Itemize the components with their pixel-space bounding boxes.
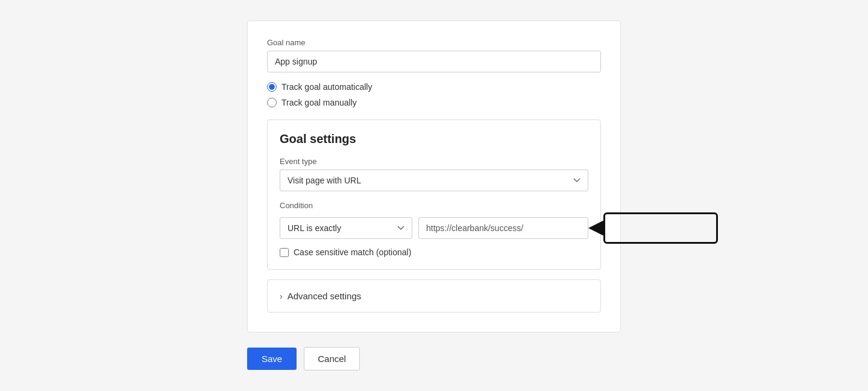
condition-section: Condition URL is exactly URL contains UR… xyxy=(280,201,588,239)
chevron-right-icon: › xyxy=(280,291,283,301)
case-sensitive-row: Case sensitive match (optional) xyxy=(280,247,588,257)
advanced-settings-label: Advanced settings xyxy=(288,291,362,301)
event-type-select[interactable]: Visit page with URL Click element Form s… xyxy=(280,170,588,191)
event-type-label: Event type xyxy=(280,157,588,166)
condition-select[interactable]: URL is exactly URL contains URL starts w… xyxy=(280,217,412,239)
track-auto-radio[interactable] xyxy=(267,82,277,92)
goal-name-label: Goal name xyxy=(267,38,601,47)
case-sensitive-label: Case sensitive match (optional) xyxy=(294,247,411,257)
goal-settings-box: Goal settings Event type Visit page with… xyxy=(267,119,601,270)
track-auto-label: Track goal automatically xyxy=(281,82,372,92)
advanced-settings-box: › Advanced settings xyxy=(267,279,601,313)
case-sensitive-checkbox[interactable] xyxy=(280,248,289,257)
track-auto-option[interactable]: Track goal automatically xyxy=(267,82,601,92)
condition-url-wrap xyxy=(418,217,588,239)
track-manual-option[interactable]: Track goal manually xyxy=(267,98,601,107)
track-manual-label: Track goal manually xyxy=(281,98,357,107)
save-button[interactable]: Save xyxy=(247,348,297,370)
tracking-radio-group: Track goal automatically Track goal manu… xyxy=(267,82,601,107)
condition-label: Condition xyxy=(280,201,588,210)
arrow-annotation xyxy=(603,212,718,244)
track-manual-radio[interactable] xyxy=(267,98,277,107)
page-wrapper: Goal name Track goal automatically Track… xyxy=(0,0,868,391)
condition-url-input[interactable] xyxy=(418,217,588,239)
advanced-settings-toggle[interactable]: › Advanced settings xyxy=(268,280,600,312)
cancel-button[interactable]: Cancel xyxy=(304,347,360,370)
condition-row-wrapper: URL is exactly URL contains URL starts w… xyxy=(280,217,588,239)
goal-name-input[interactable] xyxy=(267,51,601,72)
main-card: Goal name Track goal automatically Track… xyxy=(247,21,621,332)
condition-row: URL is exactly URL contains URL starts w… xyxy=(280,217,588,239)
condition-select-wrap: URL is exactly URL contains URL starts w… xyxy=(280,217,412,239)
arrow-box xyxy=(603,212,718,244)
goal-settings-title: Goal settings xyxy=(280,132,588,146)
action-row: Save Cancel xyxy=(247,347,621,370)
